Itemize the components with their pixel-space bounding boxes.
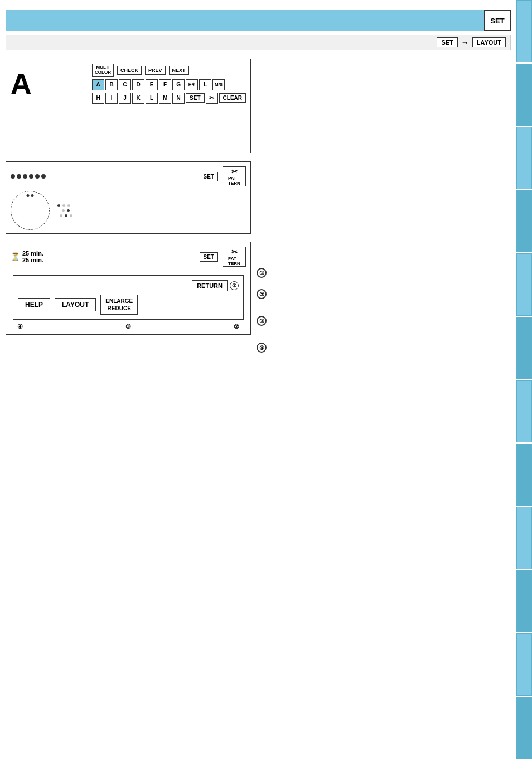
callout-2: ②	[257, 289, 496, 299]
time-display: 25 min. 25 min.	[22, 250, 43, 263]
main-content: SET SET → LAYOUT A MULTICOLOR CHECK PREV…	[0, 0, 516, 760]
tab-1[interactable]	[516, 0, 532, 62]
panel2: SET ✂ PAT-TERN	[6, 161, 251, 234]
nav-arrow: →	[461, 38, 469, 47]
return-panel: RETURN ① HELP LAYOUT ENLARGEREDUCE ④ ③ ②	[6, 268, 251, 335]
return-top: RETURN ①	[18, 280, 239, 291]
set-small-button[interactable]: SET	[186, 93, 204, 103]
dot4	[29, 174, 33, 179]
hourglass-icon: ⏳	[11, 252, 20, 261]
letter-D[interactable]: D	[132, 79, 144, 90]
tab-4[interactable]	[516, 190, 532, 253]
scissors-btn[interactable]: ✂	[206, 93, 218, 104]
num-label-2: ②	[234, 323, 239, 330]
dot3	[23, 174, 27, 179]
panel2-top: SET ✂ PAT-TERN	[11, 166, 246, 186]
callout-num-2: ②	[257, 289, 267, 299]
letter-Hstar[interactable]: H✳	[186, 79, 198, 90]
panel3-top: ⏳ 25 min. 25 min. SET ✂ PAT-TERN	[11, 247, 246, 267]
check-button[interactable]: CHECK	[117, 66, 142, 75]
letter-L[interactable]: L	[199, 79, 211, 90]
panel2-bottom	[11, 191, 246, 230]
clear-button[interactable]: CLEAR	[219, 93, 246, 103]
callout-1: ①	[257, 268, 496, 278]
panel2-set-button[interactable]: SET	[200, 172, 218, 181]
callout-4: ④	[257, 343, 496, 353]
letter-M[interactable]: M	[159, 93, 171, 104]
tab-6[interactable]	[516, 317, 532, 379]
num-label-4: ④	[17, 323, 23, 330]
letter-MS[interactable]: M/S	[212, 79, 225, 90]
dot5	[35, 174, 40, 179]
callout-num-1: ①	[257, 268, 267, 278]
panel3-pattern-button[interactable]: ✂ PAT-TERN	[223, 247, 246, 267]
return-button[interactable]: RETURN	[192, 280, 228, 291]
big-letter-a: A	[11, 69, 32, 98]
dot1	[11, 174, 15, 179]
num-label-3: ③	[125, 323, 131, 330]
nav-layout-button[interactable]: LAYOUT	[472, 37, 506, 47]
letter-A[interactable]: A	[92, 79, 104, 90]
tab-11[interactable]	[516, 633, 532, 696]
time2: 25 min.	[22, 257, 43, 263]
tab-2[interactable]	[516, 64, 532, 126]
header-set-button[interactable]: SET	[484, 10, 511, 31]
letter-L2[interactable]: L	[146, 93, 158, 104]
letter-J[interactable]: J	[119, 93, 131, 104]
diagram-area2: RETURN ① HELP LAYOUT ENLARGEREDUCE ④ ③ ②	[6, 268, 251, 335]
time1: 25 min.	[22, 250, 43, 257]
tab-3[interactable]	[516, 127, 532, 189]
nav-bar: SET → LAYOUT	[6, 35, 511, 50]
enlarge-reduce-button[interactable]: ENLARGEREDUCE	[100, 295, 138, 315]
circle-pattern	[11, 191, 50, 230]
dots-display	[11, 174, 46, 179]
letter-G[interactable]: G	[172, 79, 185, 90]
tab-10[interactable]	[516, 570, 532, 633]
tab-strip	[516, 0, 532, 760]
letter-H[interactable]: H	[92, 93, 104, 104]
tab-9[interactable]	[516, 507, 532, 569]
letter-E[interactable]: E	[146, 79, 158, 90]
callout-num-3: ③	[257, 316, 267, 326]
callout-num-4: ④	[257, 343, 267, 353]
letter-B[interactable]: B	[105, 79, 118, 90]
header-bar: SET	[6, 10, 511, 31]
callouts-area: ① ② ③ ④	[257, 268, 496, 362]
layout-button[interactable]: LAYOUT	[55, 298, 96, 311]
nav-set-button[interactable]: SET	[437, 37, 457, 47]
prev-button[interactable]: PREV	[145, 66, 166, 75]
letter-display-row: A MULTICOLOR CHECK PREV NEXT A B C D E	[11, 64, 246, 104]
letter-C[interactable]: C	[119, 79, 131, 90]
panel3-set-button[interactable]: SET	[200, 252, 218, 262]
return-panel-inner: RETURN ① HELP LAYOUT ENLARGEREDUCE	[13, 275, 244, 320]
dot-pattern-box	[55, 191, 94, 230]
return-bottom: HELP LAYOUT ENLARGEREDUCE	[18, 295, 239, 315]
multi-color-button[interactable]: MULTICOLOR	[92, 64, 114, 77]
tab-12[interactable]	[516, 697, 532, 759]
letter-F[interactable]: F	[159, 79, 171, 90]
help-button[interactable]: HELP	[18, 298, 50, 311]
callout-3: ③	[257, 316, 496, 326]
dot2	[17, 174, 21, 179]
circle-num-1: ①	[230, 281, 239, 290]
letter-N[interactable]: N	[172, 93, 185, 104]
panel1: A MULTICOLOR CHECK PREV NEXT A B C D E	[6, 59, 251, 153]
tab-8[interactable]	[516, 444, 532, 506]
panel2-pattern-button[interactable]: ✂ PAT-TERN	[223, 166, 246, 186]
next-button[interactable]: NEXT	[169, 66, 189, 75]
tab-5[interactable]	[516, 253, 532, 316]
letter-I[interactable]: I	[105, 93, 118, 104]
tab-7[interactable]	[516, 380, 532, 442]
letter-K[interactable]: K	[132, 93, 144, 104]
dot6	[41, 174, 46, 179]
